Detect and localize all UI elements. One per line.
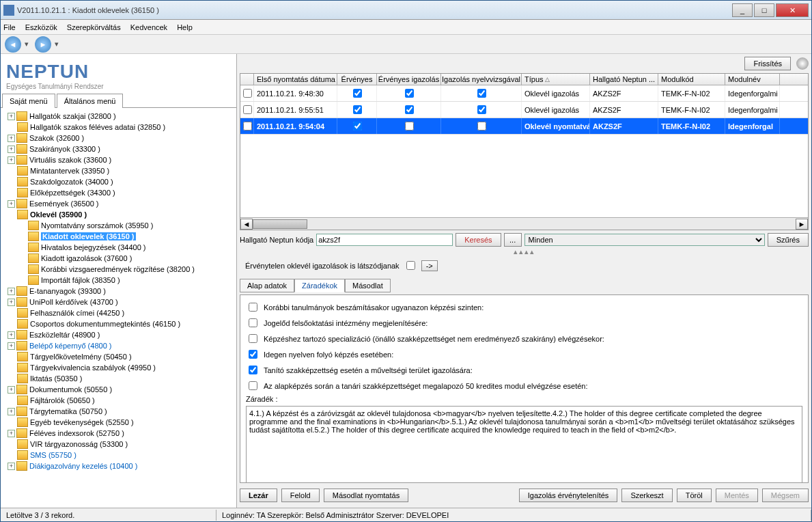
tree-item[interactable]: +Diákigazolvány kezelés (10400 ): [1, 461, 236, 471]
expand-icon[interactable]: +: [8, 113, 15, 120]
menu-role[interactable]: Szerepkörváltás: [67, 23, 121, 31]
masodlat-button[interactable]: Másodlat nyomtatás: [324, 489, 408, 502]
nav-forward-dropdown[interactable]: ▾: [53, 36, 61, 53]
tab-sajat-menu[interactable]: Saját menü: [2, 94, 55, 108]
minimize-button[interactable]: _: [732, 3, 753, 17]
ny-checkbox[interactable]: [477, 89, 486, 98]
nav-back-button[interactable]: ◄: [5, 36, 21, 53]
tree-item[interactable]: Szakdolgozatok (34000 ): [1, 176, 236, 187]
chk-alapkepzes[interactable]: [249, 381, 257, 390]
tree-item[interactable]: +Dokumentumok (50550 ): [1, 384, 236, 395]
col-eig[interactable]: Érvényes igazolás: [377, 74, 441, 85]
refresh-button[interactable]: Frissítés: [744, 57, 791, 70]
tree-item[interactable]: Korábbi vizsgaeredmények rögzítése (3820…: [1, 264, 236, 275]
ny-checkbox[interactable]: [477, 105, 486, 114]
eig-checkbox[interactable]: [405, 122, 414, 130]
search-input[interactable]: [316, 234, 453, 246]
tree-item[interactable]: Importált fájlok (38350 ): [1, 275, 236, 286]
menu-fav[interactable]: Kedvencek: [130, 23, 167, 31]
tree-item[interactable]: +E-tananyagok (39300 ): [1, 286, 236, 297]
szerkeszt-button[interactable]: Szerkeszt: [621, 489, 672, 502]
nav-tree[interactable]: +Hallgatók szakjai (32800 )Hallgatók sza…: [1, 108, 236, 508]
expand-icon[interactable]: +: [8, 408, 15, 415]
expand-icon[interactable]: +: [8, 146, 15, 153]
tree-item[interactable]: Előképzettségek (34300 ): [1, 187, 236, 198]
expand-icon[interactable]: +: [8, 331, 15, 339]
maximize-button[interactable]: □: [754, 3, 774, 17]
table-row[interactable]: 2011.10.21. 9:48:30Oklevél igazolásAKZS2…: [240, 85, 808, 102]
nav-forward-button[interactable]: ►: [35, 36, 51, 53]
scroll-left-icon[interactable]: ◄: [240, 219, 253, 230]
tab-masodlat[interactable]: Másodlat: [345, 279, 391, 292]
tree-item[interactable]: +Tárgytematika (50750 ): [1, 406, 236, 417]
tab-altalanos-menu[interactable]: Általános menü: [57, 94, 124, 108]
tree-item[interactable]: +Virtuális szakok (33600 ): [1, 154, 236, 165]
tab-zaradekok[interactable]: Záradékok: [294, 279, 345, 292]
col-checkbox[interactable]: [240, 74, 254, 85]
expand-icon[interactable]: +: [8, 200, 15, 208]
expand-icon[interactable]: +: [8, 430, 15, 437]
expand-icon[interactable]: +: [8, 135, 15, 142]
col-tip[interactable]: Típus△: [522, 74, 590, 85]
megsem-button[interactable]: Mégsem: [762, 489, 809, 502]
grid-hscroll[interactable]: ◄ ►: [240, 217, 808, 230]
apply-arrow-button[interactable]: ->: [421, 260, 438, 271]
col-modn[interactable]: Modulnév: [725, 74, 780, 85]
invalid-visible-checkbox[interactable]: [406, 261, 415, 270]
tree-item[interactable]: Hallgatók szakos féléves adatai (32850 ): [1, 122, 236, 133]
erv-checkbox[interactable]: [353, 89, 362, 98]
tree-item[interactable]: Kiadott oklevelek (36150 ): [1, 231, 236, 242]
tree-item[interactable]: +Események (36500 ): [1, 198, 236, 209]
search-button[interactable]: Keresés: [456, 233, 501, 247]
menu-file[interactable]: File: [3, 23, 16, 31]
chk-idegen-nyelv[interactable]: [249, 350, 257, 359]
filter-select[interactable]: Minden: [524, 234, 765, 246]
eig-checkbox[interactable]: [405, 105, 414, 114]
row-checkbox[interactable]: [243, 105, 252, 114]
expand-icon[interactable]: +: [8, 156, 15, 164]
filter-button[interactable]: Szűrés: [768, 233, 809, 247]
tree-item[interactable]: +Hallgatók szakjai (32800 ): [1, 111, 236, 122]
mentes-button[interactable]: Mentés: [716, 489, 758, 502]
expand-icon[interactable]: +: [8, 463, 15, 470]
ny-checkbox[interactable]: [477, 122, 486, 130]
tree-item[interactable]: +UniPoll kérdőívek (43700 ): [1, 297, 236, 307]
table-row[interactable]: 2011.10.21. 9:55:51Oklevél igazolásAKZS2…: [240, 102, 808, 118]
col-ny[interactable]: Igazolás nyelvvizsgával: [441, 74, 522, 85]
torol-button[interactable]: Töröl: [677, 489, 712, 502]
felold-button[interactable]: Felold: [281, 489, 320, 502]
splitter[interactable]: ▴▴▴▴: [240, 249, 809, 253]
erv-checkbox[interactable]: [353, 122, 362, 130]
tree-item[interactable]: Nyomtatvány sorszámok (35950 ): [1, 220, 236, 231]
tree-item[interactable]: Csoportos dokumentummegtekintés (46150 ): [1, 318, 236, 329]
tree-item[interactable]: Kiadott igazolások (37600 ): [1, 253, 236, 264]
table-row[interactable]: 2011.10.21. 9:54:04Oklevél nyomtatváAKZS…: [240, 118, 808, 135]
col-hn[interactable]: Hallgató Neptun ...: [590, 74, 658, 85]
col-date[interactable]: Első nyomtatás dátuma: [254, 74, 337, 85]
close-button[interactable]: ✕: [776, 3, 809, 17]
tree-item[interactable]: Tárgyelőkövetelmény (50450 ): [1, 351, 236, 362]
row-checkbox[interactable]: [243, 89, 252, 98]
zaradek-textarea[interactable]: 4.1.) A képzést és a záróvizsgát az okle…: [246, 406, 802, 483]
tree-item[interactable]: Egyéb tevékenységek (52550 ): [1, 417, 236, 428]
ervenytelenites-button[interactable]: Igazolás érvénytelenítés: [519, 489, 618, 502]
lezar-button[interactable]: Lezár: [240, 489, 277, 502]
tree-item[interactable]: Oklevél (35900 ): [1, 209, 236, 220]
tree-item[interactable]: Felhasználók címei (44250 ): [1, 307, 236, 318]
chk-specializacio[interactable]: [249, 334, 257, 343]
tree-item[interactable]: VIR tárgyazonosság (53300 ): [1, 439, 236, 450]
col-mod[interactable]: Modulkód: [658, 74, 725, 85]
erv-checkbox[interactable]: [353, 105, 362, 114]
col-erv[interactable]: Érvényes: [337, 74, 377, 85]
tree-item[interactable]: Hivatalos bejegyzések (34400 ): [1, 242, 236, 253]
menu-help[interactable]: Help: [177, 23, 193, 31]
expand-icon[interactable]: +: [8, 342, 15, 350]
tree-item[interactable]: Mintatantervek (33950 ): [1, 165, 236, 176]
search-more-button[interactable]: ...: [504, 233, 522, 247]
eig-checkbox[interactable]: [405, 89, 414, 98]
expand-icon[interactable]: +: [8, 288, 15, 295]
chk-tanito[interactable]: [249, 366, 257, 374]
expand-icon[interactable]: +: [8, 386, 15, 394]
settings-gear-icon[interactable]: [796, 57, 809, 70]
tree-item[interactable]: +Belépő képernyő (4800 ): [1, 340, 236, 351]
